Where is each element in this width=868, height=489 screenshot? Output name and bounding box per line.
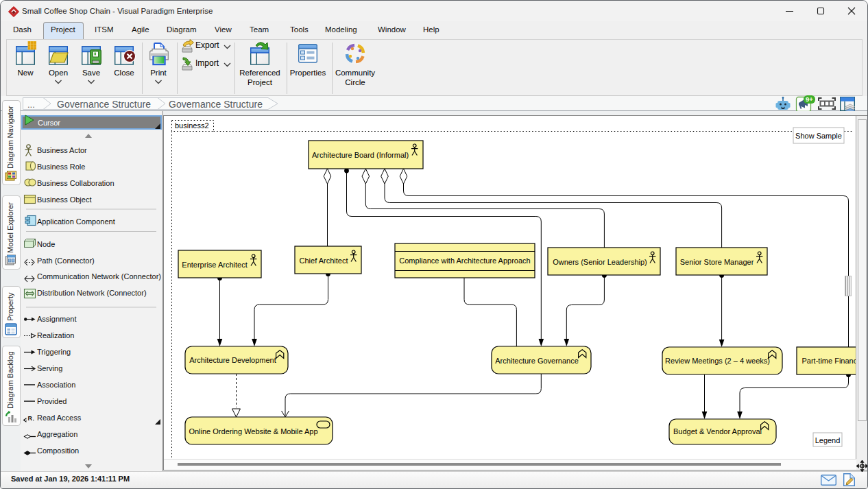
svg-text:Composition: Composition xyxy=(37,446,79,455)
svg-text:Close: Close xyxy=(114,69,134,77)
svg-text:Circle: Circle xyxy=(345,78,365,86)
svg-text:Application Component: Application Component xyxy=(37,217,115,226)
svg-text:Review Meetings (2 – 4 weeks): Review Meetings (2 – 4 weeks) xyxy=(665,357,770,365)
svg-text:Architecture Board (Informal): Architecture Board (Informal) xyxy=(312,151,409,159)
svg-text:business2: business2 xyxy=(175,121,209,130)
svg-text:9+: 9+ xyxy=(806,95,813,103)
svg-text:Compliance with Architecture A: Compliance with Architecture Approach xyxy=(399,257,530,265)
svg-text:Budget & Vendor Approval: Budget & Vendor Approval xyxy=(673,427,762,436)
svg-text:Save: Save xyxy=(82,69,100,77)
svg-text:Import: Import xyxy=(195,58,219,68)
svg-text:Properties: Properties xyxy=(290,69,326,77)
svg-text:Serving: Serving xyxy=(37,364,62,372)
svg-text:New: New xyxy=(17,69,34,77)
svg-text:Enterprise Architect: Enterprise Architect xyxy=(182,261,247,269)
svg-text:Print: Print xyxy=(150,69,167,77)
svg-text:Read Access: Read Access xyxy=(37,414,82,422)
svg-text:Provided: Provided xyxy=(37,397,67,405)
svg-text:Aggregation: Aggregation xyxy=(37,430,77,438)
svg-text:Association: Association xyxy=(37,381,75,389)
svg-text:Senior Store Manager: Senior Store Manager xyxy=(680,258,754,266)
svg-text:Realization: Realization xyxy=(37,331,74,339)
svg-text:Open: Open xyxy=(49,69,68,77)
svg-text:Communication Network (Connect: Communication Network (Connector) xyxy=(37,272,161,281)
svg-text:Distribution Network (Connecto: Distribution Network (Connector) xyxy=(37,289,147,297)
svg-text:Online Ordering Website & Mobi: Online Ordering Website & Mobile App xyxy=(189,427,317,436)
svg-text:Show Sample: Show Sample xyxy=(795,132,842,140)
svg-text:Path (Connector): Path (Connector) xyxy=(37,257,95,265)
svg-text:R: R xyxy=(28,415,33,422)
svg-text:Business Object: Business Object xyxy=(37,195,91,204)
svg-text:Chief Architect: Chief Architect xyxy=(300,257,348,265)
svg-text:Community: Community xyxy=(335,69,375,77)
svg-text:Project: Project xyxy=(248,78,273,86)
svg-text:Part-time Finance: Part-time Finance xyxy=(802,357,857,365)
svg-text:Assignment: Assignment xyxy=(37,315,76,323)
svg-text:Business Collaboration: Business Collaboration xyxy=(37,179,114,187)
svg-text:Node: Node xyxy=(37,240,55,248)
svg-text:Export: Export xyxy=(195,40,219,50)
svg-text:Architecture Development: Architecture Development xyxy=(189,356,276,364)
svg-text:Referenced: Referenced xyxy=(239,69,280,77)
svg-text:Triggering: Triggering xyxy=(37,348,71,356)
svg-text:Business Actor: Business Actor xyxy=(37,146,87,154)
svg-text:Legend: Legend xyxy=(815,436,841,444)
svg-text:Owners (Senior Leadership): Owners (Senior Leadership) xyxy=(553,258,647,266)
svg-text:Architecture Governance: Architecture Governance xyxy=(495,357,579,365)
svg-text:Business Role: Business Role xyxy=(37,163,85,171)
